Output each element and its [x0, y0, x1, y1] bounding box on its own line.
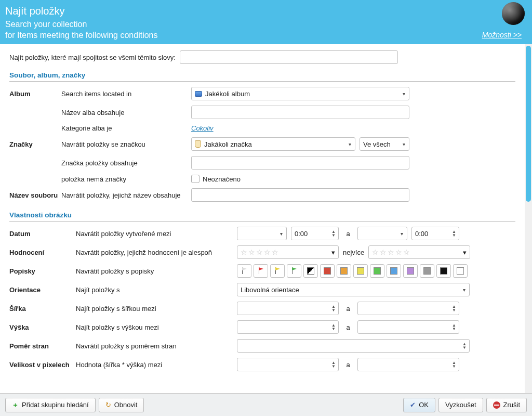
section-rule [9, 221, 515, 222]
tags-return-desc: Navrátit položky se značkou [61, 140, 191, 148]
pixelsize-max-spin[interactable]: ▲▼ [357, 358, 459, 371]
color-swatch[interactable] [436, 264, 451, 278]
orientation-label: Orientace [9, 286, 76, 294]
tag-contains-desc: Značka položky obsahuje [61, 159, 191, 167]
tag-none-desc: položka nemá značky [61, 175, 191, 183]
labels-label: Popisky [9, 267, 76, 275]
rating-desc: Navrátit položky, jejichž hodnocení je a… [76, 249, 237, 256]
filename-label: Název souboru [9, 191, 61, 199]
time-to-spin[interactable]: 0:00▲▼ [411, 227, 459, 240]
star-icon: ☆ [403, 248, 410, 256]
color-swatch[interactable] [370, 264, 384, 278]
pick-flag-yellow[interactable] [270, 264, 285, 278]
ok-button[interactable]: ✔ OK [403, 398, 435, 412]
content-area: Najít položky, které mají spojitost se v… [0, 44, 525, 393]
chevron-down-icon: ▾ [401, 141, 407, 147]
chevron-down-icon: ▾ [398, 231, 405, 237]
rating-label: Hodnocení [9, 249, 76, 256]
section-file-album-tags: Soubor, album, značky [9, 71, 515, 79]
refresh-icon: ↻ [105, 401, 111, 409]
atmost-label: nejvíce [343, 249, 364, 256]
height-max-spin[interactable]: ▲▼ [357, 320, 459, 334]
height-label: Výška [9, 323, 76, 331]
pick-flag-red[interactable] [254, 264, 268, 278]
date-label: Datum [9, 230, 76, 238]
check-icon: ✔ [410, 401, 416, 409]
section-image-props: Vlastnosti obrázku [9, 211, 515, 219]
pick-flag-bw[interactable] [303, 264, 318, 278]
aspect-spin[interactable]: ▲▼ [237, 339, 470, 353]
tag-scope-combo[interactable]: Ve všech ▾ [360, 137, 409, 151]
width-max-spin[interactable]: ▲▼ [357, 302, 459, 315]
height-desc: Najít položky s výškou mezi [76, 323, 237, 331]
star-icon: ☆ [241, 248, 247, 256]
height-min-spin[interactable]: ▲▼ [237, 320, 339, 334]
time-from-spin[interactable]: 0:00▲▼ [291, 227, 339, 240]
color-swatch[interactable] [387, 264, 401, 278]
album-combo[interactable]: Jakékoli album ▾ [191, 87, 409, 100]
width-desc: Najít položky s šířkou mezi [76, 305, 237, 313]
star-icon: ☆ [256, 248, 263, 256]
album-category-link[interactable]: Cokoliv [191, 124, 214, 132]
options-link[interactable]: Možnosti >> [482, 31, 522, 39]
keyword-label: Najít položky, které mají spojitost se v… [9, 54, 176, 61]
untagged-label: Neoznačeno [203, 175, 241, 183]
star-icon: ☆ [388, 248, 394, 256]
filename-desc: Navrátit položky, jejichž název obsahuje [61, 191, 191, 199]
color-swatch[interactable] [337, 264, 351, 278]
header: Najít položky Search your collection for… [0, 0, 532, 44]
scrollbar-thumb[interactable] [526, 46, 531, 202]
date-from-combo[interactable]: ▾ [237, 227, 287, 240]
rating-min-combo[interactable]: ☆☆☆☆☆ ▾ [237, 245, 339, 259]
checkbox-icon [191, 175, 200, 183]
labels-desc: Navrátit položky s popisky [76, 267, 237, 275]
rating-max-combo[interactable]: ☆☆☆☆☆ ▾ [368, 245, 470, 259]
color-swatch[interactable] [353, 264, 368, 278]
tag-contains-input[interactable] [191, 156, 409, 170]
plus-icon: ＋ [12, 400, 19, 410]
and-label: a [343, 323, 353, 331]
pick-flag-white[interactable] [237, 264, 251, 278]
color-swatch[interactable] [320, 264, 335, 278]
chevron-down-icon: ▾ [347, 141, 353, 147]
cancel-button[interactable]: Zrušit [486, 398, 527, 412]
chevron-down-icon: ▾ [461, 287, 467, 293]
album-icon [195, 91, 202, 97]
album-name-desc: Název alba obsahuje [61, 109, 191, 116]
color-swatch[interactable] [453, 264, 468, 278]
tag-combo[interactable]: Jakákoli značka ▾ [191, 137, 355, 151]
filename-input[interactable] [191, 188, 409, 202]
aspect-label: Poměr stran [9, 342, 76, 350]
and-label: a [343, 361, 353, 369]
color-swatch[interactable] [420, 264, 434, 278]
star-icon: ☆ [372, 248, 379, 256]
pixelsize-desc: Hodnota (šířka * výška) mezi [76, 361, 237, 369]
pixelsize-min-spin[interactable]: ▲▼ [237, 358, 339, 371]
keyword-input[interactable] [180, 50, 398, 64]
untagged-checkbox[interactable]: Neoznačeno [191, 175, 241, 183]
star-icon: ☆ [264, 248, 271, 256]
header-title: Najít položky [5, 5, 524, 17]
date-desc: Navrátit položky vytvořené mezi [76, 230, 237, 238]
tags-label: Značky [9, 140, 61, 148]
footer: ＋ Přidat skupinu hledání ↻ Obnovit ✔ OK … [0, 393, 532, 416]
width-label: Šířka [9, 305, 76, 313]
chevron-down-icon: ▾ [278, 231, 284, 237]
bw-icon [307, 267, 314, 275]
album-category-desc: Kategorie alba je [61, 124, 191, 132]
album-located-desc: Search items located in [61, 90, 191, 98]
refresh-button[interactable]: ↻ Obnovit [99, 398, 144, 412]
orientation-combo[interactable]: Libovolná orientace ▾ [237, 283, 470, 296]
color-swatch[interactable] [403, 264, 418, 278]
aspect-desc: Navrátit položky s poměrem stran [76, 342, 237, 350]
album-label: Album [9, 90, 61, 98]
add-search-group-button[interactable]: ＋ Přidat skupinu hledání [5, 398, 96, 412]
date-to-combo[interactable]: ▾ [357, 227, 407, 240]
star-icon: ☆ [395, 248, 402, 256]
try-button[interactable]: Vyzkoušet [438, 398, 483, 412]
album-name-input[interactable] [191, 106, 409, 119]
pick-flag-green[interactable] [287, 264, 301, 278]
section-rule [9, 81, 515, 82]
width-min-spin[interactable]: ▲▼ [237, 302, 339, 315]
chevron-down-icon: ▾ [401, 91, 407, 97]
